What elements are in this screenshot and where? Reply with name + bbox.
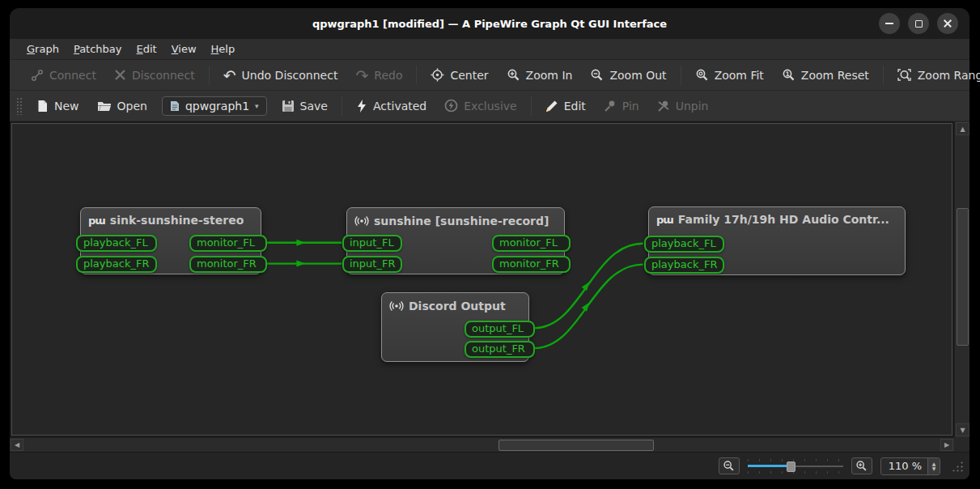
disconnect-button[interactable]: Disconnect <box>106 65 203 86</box>
unpin-icon <box>657 100 670 113</box>
center-button[interactable]: Center <box>422 64 496 86</box>
node-title: Family 17h/19h HD Audio Contr... <box>678 213 889 226</box>
pin-button[interactable]: Pin <box>596 96 647 117</box>
connection-outputFR-playbackFR[interactable] <box>534 265 643 348</box>
window-title: qpwgraph1 [modified] — A PipeWire Graph … <box>10 18 969 30</box>
status-bar: 110 % ▲ ▼ <box>10 452 969 479</box>
port-monitor-fl[interactable]: monitor_FL <box>189 235 267 252</box>
undo-icon: ↶ <box>223 70 236 81</box>
zoom-range-button[interactable]: Zoom Range <box>889 64 980 86</box>
zoom-range-label: Zoom Range <box>918 69 980 82</box>
zoom-slider[interactable] <box>748 459 843 474</box>
center-icon <box>431 68 444 82</box>
node-title: Discord Output <box>409 300 506 313</box>
edit-button[interactable]: Edit <box>537 96 594 117</box>
toolbar-edit: Connect Disconnect ↶ Undo Disconnect ↷ R… <box>10 60 969 91</box>
zoom-reset-button[interactable]: 1 Zoom Reset <box>774 64 877 86</box>
horizontal-scrollbar[interactable]: ◀ ▶ <box>10 437 954 452</box>
node-header: sunshine [sunshine-record] <box>347 208 564 232</box>
connect-button[interactable]: Connect <box>23 65 104 86</box>
slider-ticks <box>748 459 843 461</box>
open-button[interactable]: Open <box>89 96 155 117</box>
undo-disconnect-button[interactable]: ↶ Undo Disconnect <box>215 65 346 86</box>
spin-arrows: ▲ ▼ <box>927 458 940 474</box>
toolbar-separator <box>416 66 417 85</box>
graph-canvas[interactable]: pɯ sink-sunshine-stereo playback_FL play… <box>11 123 952 436</box>
zoom-in-button[interactable]: Zoom In <box>498 64 581 86</box>
port-playback-fl[interactable]: playback_FL <box>644 236 724 253</box>
zoom-fit-icon <box>695 68 709 82</box>
menu-help[interactable]: Help <box>204 40 243 57</box>
horizontal-scrollbar-thumb[interactable] <box>498 440 654 451</box>
toolbar-separator <box>342 96 342 116</box>
zoom-reset-icon: 1 <box>782 68 795 82</box>
scroll-right-button[interactable]: ▶ <box>940 439 953 451</box>
slider-handle[interactable] <box>787 461 795 472</box>
zoom-out-button[interactable]: Zoom Out <box>582 64 674 86</box>
maximize-button[interactable] <box>908 13 929 34</box>
svg-text:1: 1 <box>785 70 789 78</box>
title-bar[interactable]: qpwgraph1 [modified] — A PipeWire Graph … <box>10 8 969 39</box>
zoom-reset-label: Zoom Reset <box>801 69 869 82</box>
new-file-icon <box>36 100 49 113</box>
unpin-button[interactable]: Unpin <box>649 96 717 117</box>
minimize-button[interactable] <box>879 13 900 34</box>
port-playback-fr[interactable]: playback_FR <box>76 256 157 273</box>
new-button[interactable]: New <box>28 96 87 117</box>
close-button[interactable] <box>937 13 958 34</box>
zoom-out-icon <box>723 460 735 472</box>
exclusive-button[interactable]: Exclusive <box>436 95 524 117</box>
status-zoom-in-button[interactable] <box>851 457 872 474</box>
status-zoom-out-button[interactable] <box>719 457 740 474</box>
app-window: qpwgraph1 [modified] — A PipeWire Graph … <box>10 8 969 479</box>
pencil-icon <box>545 100 558 113</box>
maximize-icon <box>915 20 923 28</box>
redo-button[interactable]: ↷ Redo <box>347 65 410 86</box>
redo-icon: ↷ <box>355 70 368 81</box>
circled-bolt-icon <box>444 99 458 113</box>
port-input-fr[interactable]: input_FR <box>342 256 402 273</box>
arrow-left-icon: ◀ <box>15 441 19 449</box>
node-header: pɯ sink-sunshine-stereo <box>81 208 261 230</box>
port-output-fr[interactable]: output_FR <box>465 341 535 358</box>
zoom-range-icon <box>897 68 912 82</box>
undo-disconnect-label: Undo Disconnect <box>242 69 338 82</box>
arrow-up-icon: ▲ <box>960 125 965 133</box>
toolbar-drag-handle[interactable] <box>16 97 22 115</box>
port-monitor-fr[interactable]: monitor_FR <box>492 256 571 273</box>
zoom-spinbox[interactable]: 110 % ▲ ▼ <box>880 457 940 475</box>
port-monitor-fr[interactable]: monitor_FR <box>189 256 267 273</box>
pin-icon <box>604 100 617 113</box>
close-icon <box>943 19 952 28</box>
vertical-scrollbar[interactable]: ▲ ▼ <box>954 121 969 437</box>
exclusive-label: Exclusive <box>464 100 516 113</box>
menu-view[interactable]: View <box>164 40 204 57</box>
edit-label: Edit <box>564 100 586 113</box>
zoom-in-icon <box>507 68 520 82</box>
zoom-fit-button[interactable]: Zoom Fit <box>687 64 772 86</box>
scroll-up-button[interactable]: ▲ <box>956 122 969 135</box>
menu-edit[interactable]: Edit <box>129 40 164 57</box>
port-output-fl[interactable]: output_FL <box>465 321 535 338</box>
scroll-down-button[interactable]: ▼ <box>956 423 969 436</box>
resize-grip[interactable] <box>952 461 963 472</box>
open-folder-icon <box>97 100 112 112</box>
port-playback-fr[interactable]: playback_FR <box>644 257 724 274</box>
chevron-down-icon: ▾ <box>255 102 259 110</box>
port-playback-fl[interactable]: playback_FL <box>76 235 157 252</box>
scroll-left-button[interactable]: ◀ <box>11 439 23 451</box>
save-button[interactable]: Save <box>274 96 336 117</box>
port-monitor-fl[interactable]: monitor_FL <box>492 235 571 252</box>
window-controls <box>879 13 969 34</box>
zoom-in-icon <box>855 460 868 472</box>
spin-down-icon[interactable]: ▼ <box>932 466 936 471</box>
port-input-fl[interactable]: input_FL <box>342 235 402 252</box>
zoom-value[interactable]: 110 % <box>881 458 927 474</box>
node-header: Discord Output <box>382 293 528 317</box>
activated-button[interactable]: Activated <box>348 96 435 117</box>
patchbay-selector-dropdown[interactable]: qpwgraph1 ▾ <box>162 96 267 116</box>
menu-patchbay[interactable]: Patchbay <box>66 40 129 57</box>
save-label: Save <box>300 100 328 113</box>
menu-graph[interactable]: Graph <box>19 40 66 57</box>
vertical-scrollbar-thumb[interactable] <box>957 208 969 346</box>
